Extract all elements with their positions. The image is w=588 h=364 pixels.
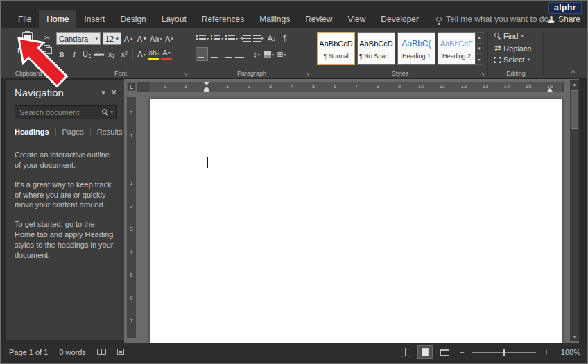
subscript-button[interactable]: x₂ — [106, 48, 117, 60]
nav-help-text: Create an interactive outline of your do… — [15, 150, 114, 171]
multilevel-list-button[interactable]: ▾ — [225, 32, 238, 44]
underline-button[interactable]: U▾ — [81, 48, 92, 60]
tab-layout[interactable]: Layout — [154, 10, 194, 28]
decrease-indent-button[interactable]: ◂ — [240, 32, 251, 44]
bold-button[interactable]: B — [56, 48, 67, 60]
numbering-button[interactable]: ▾ — [211, 32, 223, 44]
style-normal[interactable]: AaBbCcD ¶ Normal — [317, 32, 355, 65]
borders-button[interactable]: ⊞▾ — [276, 48, 287, 60]
tab-review[interactable]: Review — [297, 10, 340, 28]
copy-icon — [44, 45, 51, 53]
change-case-button[interactable]: Aa▾ — [150, 33, 162, 45]
text-highlight-button[interactable]: ab▾ — [148, 48, 159, 60]
styles-scroll-down[interactable]: ▼ — [476, 44, 483, 55]
format-painter-button[interactable]: ✏ — [42, 55, 52, 64]
tab-references[interactable]: References — [194, 10, 252, 28]
ruler-number: 8 — [377, 83, 379, 89]
tell-me-box[interactable]: Tell me what you want to do... — [436, 15, 555, 24]
ribbon-tab-row: FileHomeInsertDesignLayoutReferencesMail… — [1, 10, 587, 28]
ruler-number: 7 — [355, 83, 358, 89]
first-line-indent-marker[interactable] — [204, 82, 209, 85]
sort-button[interactable]: A↓ — [266, 32, 277, 44]
align-right-button[interactable] — [221, 48, 232, 60]
clear-formatting-button[interactable]: A✕ — [164, 33, 175, 45]
styles-gallery-more[interactable]: ▾ — [476, 54, 483, 64]
paragraph-dialog-launcher[interactable]: ↘ — [305, 71, 310, 77]
font-name-combo[interactable]: Candara▾ — [56, 32, 101, 45]
tab-home[interactable]: Home — [39, 10, 76, 28]
ruler-number: 1 — [130, 180, 132, 187]
line-spacing-button[interactable]: ↕▾ — [251, 48, 262, 60]
tab-insert[interactable]: Insert — [76, 10, 112, 28]
paste-button[interactable]: Paste ▾ — [13, 32, 41, 68]
select-button[interactable]: Select ▾ — [494, 55, 530, 64]
print-layout-button[interactable] — [418, 346, 432, 358]
bullets-button[interactable]: ▾ — [196, 32, 209, 44]
zoom-level[interactable]: 100% — [557, 348, 580, 356]
page-count[interactable]: Page 1 of 1 — [9, 348, 48, 356]
document-page[interactable] — [150, 99, 562, 343]
scrollbar-thumb[interactable] — [571, 90, 578, 129]
paragraph-group-label: Paragraph — [192, 70, 311, 77]
find-button[interactable]: Find ▾ — [494, 32, 524, 40]
zoom-out-button[interactable]: − — [457, 347, 467, 357]
align-left-button[interactable] — [196, 48, 207, 60]
nav-tab-pages[interactable]: Pages — [56, 128, 91, 136]
align-center-button[interactable] — [209, 48, 220, 60]
strikethrough-button[interactable]: abc — [94, 48, 105, 60]
scroll-up-arrow[interactable]: ▲ — [570, 80, 579, 89]
justify-button[interactable] — [234, 48, 245, 60]
search-input[interactable] — [15, 108, 102, 116]
nav-tab-headings[interactable]: Headings — [15, 128, 56, 136]
copy-button[interactable] — [42, 44, 52, 53]
vertical-scrollbar[interactable]: ▲ ▼ — [570, 80, 579, 341]
collapse-ribbon-button[interactable]: ^ — [571, 69, 575, 77]
align-center-icon — [210, 51, 219, 58]
search-options-dropdown[interactable]: ▾ — [110, 110, 113, 115]
nav-tab-results[interactable]: Results — [91, 128, 129, 136]
clipboard-dialog-launcher[interactable]: ↘ — [44, 71, 49, 77]
font-dialog-launcher[interactable]: ↘ — [183, 71, 188, 77]
styles-scroll-up[interactable]: ▲ — [476, 33, 483, 44]
tab-developer[interactable]: Developer — [373, 10, 426, 28]
text-effects-button[interactable]: A▾ — [136, 48, 147, 60]
replace-button[interactable]: ⇄ Replace — [494, 44, 532, 53]
increase-indent-button[interactable]: ▸ — [253, 32, 264, 44]
zoom-in-button[interactable]: + — [542, 347, 551, 357]
share-button[interactable]: Share — [548, 15, 580, 24]
font-color-button[interactable]: A▾ — [161, 48, 172, 60]
tab-stop-selector[interactable]: L — [127, 82, 136, 91]
zoom-slider-thumb[interactable] — [503, 349, 505, 356]
navigation-pane-options[interactable]: ▾ — [101, 88, 105, 97]
style-no-spac[interactable]: AaBbCcD ¶ No Spac... — [357, 32, 395, 65]
tab-design[interactable]: Design — [112, 10, 153, 28]
web-layout-button[interactable] — [438, 346, 451, 358]
cut-button[interactable]: ✂ — [42, 33, 52, 42]
italic-button[interactable]: I — [69, 48, 80, 60]
left-indent-marker[interactable] — [204, 87, 209, 92]
ruler-number: 12 — [461, 83, 467, 89]
font-size-combo[interactable]: 12▾ — [103, 32, 121, 45]
tab-view[interactable]: View — [340, 10, 374, 28]
navigation-pane: Navigation ▾ ✕ ▾ HeadingsPagesResults Cr… — [6, 80, 124, 340]
tab-mailings[interactable]: Mailings — [252, 10, 297, 28]
shading-button[interactable]: ▾ — [263, 48, 275, 60]
styles-dialog-launcher[interactable]: ↘ — [480, 71, 485, 77]
scroll-down-arrow[interactable]: ▼ — [570, 333, 579, 341]
navigation-pane-close-button[interactable]: ✕ — [111, 88, 117, 97]
tab-file[interactable]: File — [10, 10, 39, 28]
word-count[interactable]: 0 words — [59, 348, 86, 356]
style-heading-1[interactable]: AaBbC( Heading 1 — [397, 32, 435, 65]
font-group-label: Font — [52, 70, 189, 77]
person-icon — [548, 16, 555, 23]
style-heading-2[interactable]: AaBbCcE Heading 2 — [438, 32, 476, 65]
show-paragraph-marks-button[interactable]: ¶ — [279, 32, 291, 44]
superscript-button[interactable]: x² — [119, 48, 130, 60]
proofing-status-icon[interactable] — [97, 349, 106, 355]
macro-record-icon[interactable] — [117, 349, 124, 355]
read-mode-button[interactable] — [399, 346, 413, 358]
shrink-font-button[interactable]: A▼ — [137, 33, 148, 45]
nav-help-text: It's a great way to keep track of where … — [15, 180, 114, 211]
grow-font-button[interactable]: A▲ — [123, 33, 135, 45]
zoom-slider[interactable] — [472, 352, 536, 353]
